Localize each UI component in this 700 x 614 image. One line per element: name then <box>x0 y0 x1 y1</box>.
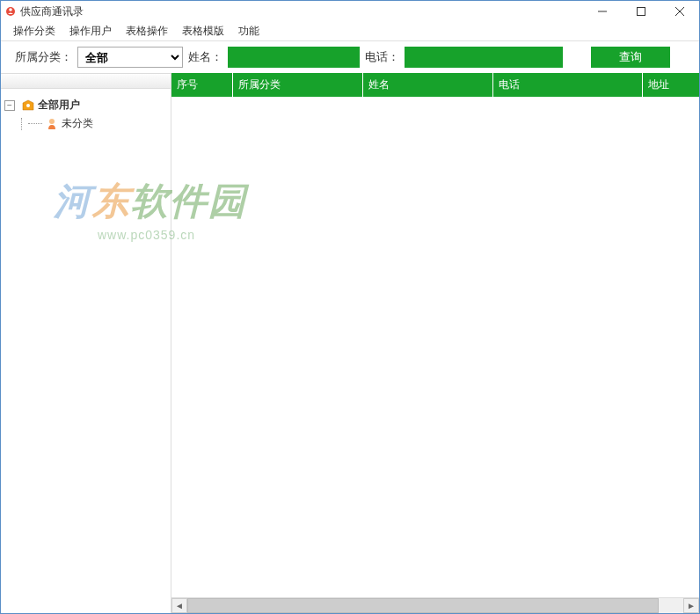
app-icon <box>4 5 17 18</box>
svg-rect-3 <box>638 8 645 16</box>
svg-point-6 <box>26 104 30 107</box>
tree-child-label: 未分类 <box>62 116 93 131</box>
svg-point-1 <box>9 8 12 11</box>
close-icon <box>675 7 684 16</box>
person-icon <box>45 117 59 131</box>
column-name[interactable]: 姓名 <box>363 73 493 97</box>
menu-table-template[interactable]: 表格模版 <box>175 22 231 40</box>
phone-label: 电话： <box>365 49 399 65</box>
column-category[interactable]: 所属分类 <box>233 73 363 97</box>
table-header: 序号 所属分类 姓名 电话 地址 <box>171 73 699 97</box>
menubar: 操作分类 操作用户 表格操作 表格模版 功能 <box>1 22 699 41</box>
tree: − 全部用户 未分类 <box>1 89 171 140</box>
maximize-icon <box>637 7 645 16</box>
category-select[interactable]: 全部 <box>77 47 183 68</box>
menu-table-ops[interactable]: 表格操作 <box>119 22 175 40</box>
sidebar: − 全部用户 未分类 <box>1 73 171 613</box>
name-label: 姓名： <box>188 49 222 65</box>
column-address[interactable]: 地址 <box>643 73 699 97</box>
search-button[interactable]: 查询 <box>591 47 670 68</box>
scroll-thumb[interactable] <box>187 598 659 613</box>
table-body <box>171 97 699 597</box>
tree-collapse-icon[interactable]: − <box>4 100 15 111</box>
tree-root-label: 全部用户 <box>38 98 80 113</box>
tree-connector-h <box>28 123 42 124</box>
close-button[interactable] <box>660 1 699 22</box>
tree-root-node[interactable]: − 全部用户 <box>4 96 167 114</box>
users-icon <box>21 99 35 113</box>
scroll-track[interactable] <box>187 598 683 613</box>
sidebar-header <box>1 73 171 89</box>
toolbar: 所属分类： 全部 姓名： 电话： 查询 <box>1 41 699 73</box>
menu-functions[interactable]: 功能 <box>231 22 266 40</box>
tree-connector <box>21 118 28 130</box>
scroll-right-button[interactable]: ► <box>683 598 699 613</box>
window-title: 供应商通讯录 <box>20 4 84 19</box>
maximize-button[interactable] <box>622 1 660 22</box>
column-seq[interactable]: 序号 <box>171 73 233 97</box>
category-label: 所属分类： <box>15 49 72 65</box>
scroll-left-button[interactable]: ◄ <box>171 598 187 613</box>
menu-user-ops[interactable]: 操作用户 <box>62 22 119 40</box>
main-area: 序号 所属分类 姓名 电话 地址 ◄ ► <box>171 73 699 613</box>
minimize-button[interactable] <box>583 1 622 22</box>
tree-child-node[interactable]: 未分类 <box>17 114 167 133</box>
svg-point-7 <box>49 119 55 124</box>
titlebar: 供应商通讯录 <box>1 1 699 22</box>
phone-input[interactable] <box>405 47 563 68</box>
menu-category-ops[interactable]: 操作分类 <box>6 22 62 40</box>
horizontal-scrollbar[interactable]: ◄ ► <box>171 597 699 613</box>
column-phone[interactable]: 电话 <box>493 73 643 97</box>
minimize-icon <box>598 7 607 16</box>
name-input[interactable] <box>228 47 360 68</box>
